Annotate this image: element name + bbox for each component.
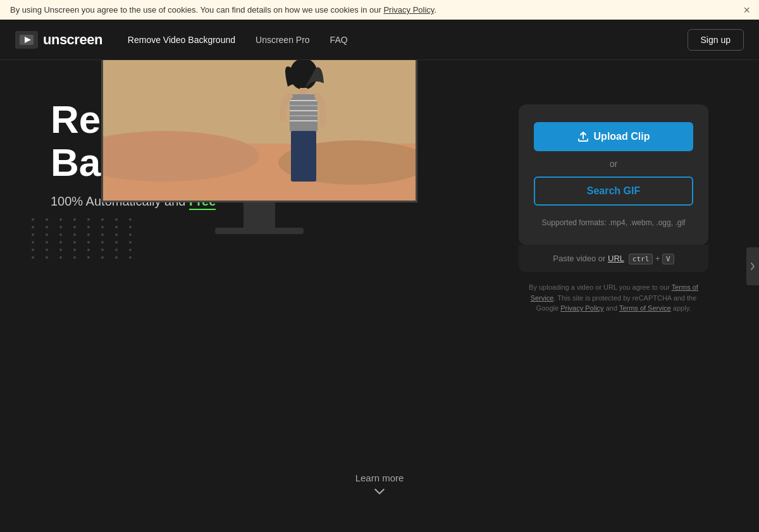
logo-text: unscreen — [43, 32, 102, 48]
nav-unscreen-pro[interactable]: Unscreen Pro — [256, 35, 310, 45]
scroll-right-indicator[interactable] — [746, 247, 759, 285]
hero-image-svg — [103, 60, 416, 201]
v-key: V — [662, 254, 674, 264]
logo-link[interactable]: unscreen — [15, 31, 102, 49]
nav-remove-video-bg[interactable]: Remove Video Background — [128, 35, 235, 45]
search-gif-button[interactable]: Search GIF — [534, 176, 693, 206]
navigation: unscreen Remove Video Background Unscree… — [0, 20, 759, 60]
paste-text: Paste video or URL ctrl + V — [553, 254, 674, 263]
upload-card: Upload Clip or Search GIF Supported form… — [519, 104, 708, 245]
sign-up-button[interactable]: Sign up — [688, 29, 744, 51]
cookie-close-button[interactable]: × — [743, 3, 750, 16]
hero-section: Remove Video Background 100% Automatical… — [0, 60, 759, 452]
monitor-neck — [244, 202, 275, 228]
chevron-right-icon — [750, 262, 755, 271]
monitor-base — [215, 228, 304, 234]
monitor-stand — [101, 202, 417, 234]
cookie-text: By using Unscreen you agree to the use o… — [10, 5, 436, 15]
nav-faq[interactable]: FAQ — [330, 35, 348, 45]
monitor-mockup: Original — [101, 60, 417, 234]
logo-svg — [20, 35, 34, 45]
terms-text: By uploading a video or URL you agree to… — [519, 282, 708, 314]
terms-link-1[interactable]: Terms of Service — [531, 283, 698, 302]
logo-icon — [15, 31, 38, 49]
hero-left: Remove Video Background 100% Automatical… — [51, 98, 430, 234]
paste-section: Paste video or URL ctrl + V — [519, 245, 708, 272]
svg-rect-15 — [291, 131, 316, 182]
learn-more-section: Learn more — [0, 452, 759, 515]
upload-clip-button[interactable]: Upload Clip — [534, 122, 693, 151]
terms-link-2[interactable]: Terms of Service — [619, 304, 671, 312]
ctrl-key: ctrl — [629, 254, 653, 264]
monitor-screen: Original — [101, 60, 417, 202]
bottom-section: Goodbye Greenscreen — [0, 515, 759, 532]
or-text: or — [610, 159, 617, 169]
nav-links: Remove Video Background Unscreen Pro FAQ — [128, 35, 688, 45]
upload-icon — [577, 131, 589, 142]
privacy-policy-link-2[interactable]: Privacy Policy — [560, 304, 603, 312]
cookie-banner: By using Unscreen you agree to the use o… — [0, 0, 759, 20]
url-link[interactable]: URL — [608, 254, 624, 263]
supported-formats: Supported formats: .mp4, .webm, .ogg, .g… — [542, 218, 686, 227]
chevron-down-icon — [373, 488, 386, 495]
privacy-policy-link[interactable]: Privacy Policy — [383, 5, 434, 15]
hero-right: Upload Clip or Search GIF Supported form… — [519, 104, 708, 314]
monitor-image: Original — [103, 60, 416, 201]
learn-more-text: Learn more — [355, 473, 404, 483]
